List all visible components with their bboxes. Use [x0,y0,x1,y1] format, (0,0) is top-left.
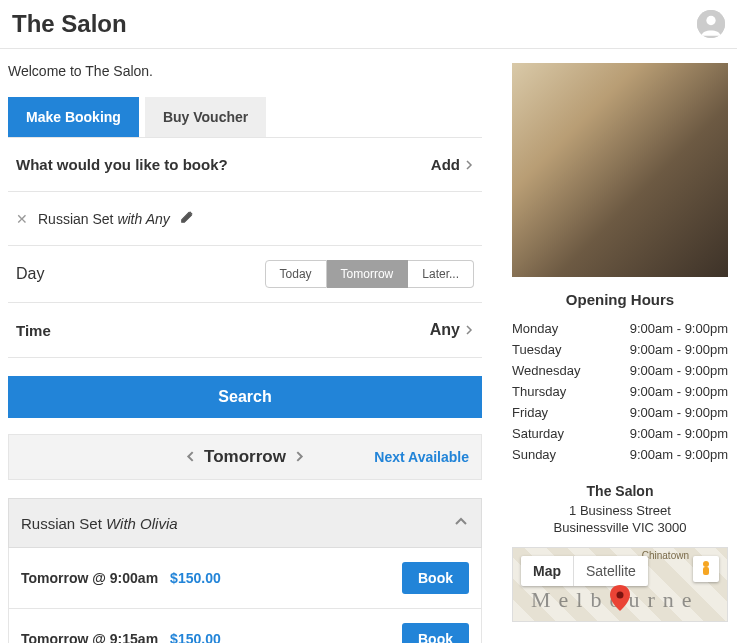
page-title: The Salon [12,10,127,38]
slot-time: Tomorrow @ 9:00am [21,570,158,586]
streetview-pegman[interactable] [693,556,719,582]
business-name: The Salon [512,483,728,499]
booking-question-row: What would you like to book? Add [8,138,482,192]
edit-service-button[interactable] [180,210,194,227]
book-button[interactable]: Book [402,562,469,594]
time-value: Any [430,321,460,339]
hours-row: Sunday9:00am - 9:00pm [512,444,728,465]
result-group-title: Russian Set With Olivia [21,515,178,532]
map-type-control: Map Satellite [521,556,648,586]
search-button[interactable]: Search [8,376,482,418]
slot-price: $150.00 [170,570,221,586]
map[interactable]: Chinatown Map Satellite Melbourne [512,547,728,622]
pegman-icon [699,560,713,578]
day-toggle: Today Tomorrow Later... [265,260,474,288]
salon-photo [512,63,728,277]
book-button[interactable]: Book [402,623,469,643]
day-row: Day Today Tomorrow Later... [8,246,482,303]
hours-title: Opening Hours [512,291,728,308]
hours-row: Monday9:00am - 9:00pm [512,318,728,339]
slot-price: $150.00 [170,631,221,643]
next-available-link[interactable]: Next Available [374,449,469,465]
slot-row: Tomorrow @ 9:15am $150.00 Book [8,609,482,643]
map-type-map[interactable]: Map [521,556,573,586]
booking-question-label: What would you like to book? [16,156,228,173]
address-block: The Salon 1 Business Street Businessvill… [512,483,728,535]
date-heading: Tomorrow [204,447,286,467]
time-label: Time [16,322,51,339]
slot-row: Tomorrow @ 9:00am $150.00 Book [8,548,482,609]
hours-row: Saturday9:00am - 9:00pm [512,423,728,444]
hours-row: Wednesday9:00am - 9:00pm [512,360,728,381]
day-option-tomorrow[interactable]: Tomorrow [327,260,409,288]
slot-time: Tomorrow @ 9:15am [21,631,158,643]
svg-rect-3 [703,567,709,575]
tab-buy-voucher[interactable]: Buy Voucher [145,97,266,137]
time-selector[interactable]: Any [430,321,474,339]
hours-row: Thursday9:00am - 9:00pm [512,381,728,402]
address-city: Businessville VIC 3000 [512,520,728,535]
add-service-button[interactable]: Add [431,156,474,173]
tab-make-booking[interactable]: Make Booking [8,97,139,137]
map-type-satellite[interactable]: Satellite [573,556,648,586]
day-option-later[interactable]: Later... [408,260,474,288]
svg-point-1 [706,16,715,25]
add-label: Add [431,156,460,173]
time-row: Time Any [8,303,482,358]
service-name: Russian Set with Any [38,211,170,227]
remove-service-button[interactable]: ✕ [16,211,28,227]
hours-row: Friday9:00am - 9:00pm [512,402,728,423]
welcome-text: Welcome to The Salon. [8,63,482,79]
next-day-button[interactable] [294,447,305,467]
map-pin-icon [610,585,630,615]
day-option-today[interactable]: Today [265,260,327,288]
date-nav: Tomorrow Next Available [8,434,482,480]
chevron-right-icon [464,321,474,339]
svg-point-4 [617,592,624,599]
prev-day-button[interactable] [185,447,196,467]
chevron-up-icon [453,513,469,533]
address-street: 1 Business Street [512,503,728,518]
tabs: Make Booking Buy Voucher [8,97,482,138]
selected-service-row: ✕ Russian Set with Any [8,192,482,246]
chevron-right-icon [464,156,474,173]
svg-point-2 [703,561,709,567]
result-group-header[interactable]: Russian Set With Olivia [8,498,482,548]
avatar[interactable] [697,10,725,38]
map-district-label: Chinatown [642,550,689,561]
day-label: Day [16,265,44,283]
hours-row: Tuesday9:00am - 9:00pm [512,339,728,360]
user-icon [697,10,725,38]
